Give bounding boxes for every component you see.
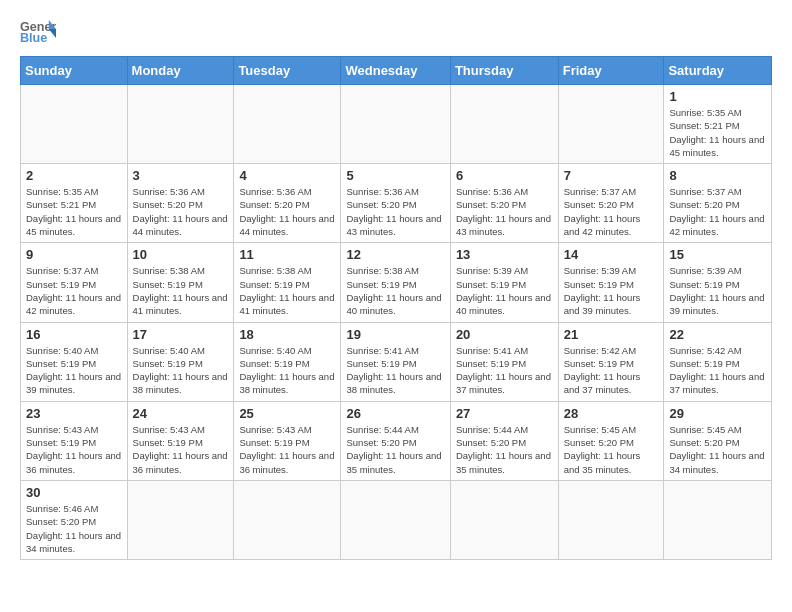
calendar-cell: 7Sunrise: 5:37 AM Sunset: 5:20 PM Daylig… (558, 164, 664, 243)
calendar-cell: 22Sunrise: 5:42 AM Sunset: 5:19 PM Dayli… (664, 322, 772, 401)
day-number: 15 (669, 247, 766, 262)
day-number: 2 (26, 168, 122, 183)
calendar-cell: 14Sunrise: 5:39 AM Sunset: 5:19 PM Dayli… (558, 243, 664, 322)
day-info: Sunrise: 5:43 AM Sunset: 5:19 PM Dayligh… (26, 423, 122, 476)
day-number: 22 (669, 327, 766, 342)
calendar-cell: 15Sunrise: 5:39 AM Sunset: 5:19 PM Dayli… (664, 243, 772, 322)
day-number: 9 (26, 247, 122, 262)
calendar-body: 1Sunrise: 5:35 AM Sunset: 5:21 PM Daylig… (21, 85, 772, 560)
calendar-week-1: 1Sunrise: 5:35 AM Sunset: 5:21 PM Daylig… (21, 85, 772, 164)
day-number: 6 (456, 168, 553, 183)
weekday-header-thursday: Thursday (450, 57, 558, 85)
day-number: 26 (346, 406, 444, 421)
calendar-cell: 16Sunrise: 5:40 AM Sunset: 5:19 PM Dayli… (21, 322, 128, 401)
day-info: Sunrise: 5:37 AM Sunset: 5:20 PM Dayligh… (564, 185, 659, 238)
calendar-cell: 23Sunrise: 5:43 AM Sunset: 5:19 PM Dayli… (21, 401, 128, 480)
day-number: 5 (346, 168, 444, 183)
calendar-cell (558, 85, 664, 164)
day-info: Sunrise: 5:44 AM Sunset: 5:20 PM Dayligh… (346, 423, 444, 476)
calendar-cell: 21Sunrise: 5:42 AM Sunset: 5:19 PM Dayli… (558, 322, 664, 401)
weekday-header-friday: Friday (558, 57, 664, 85)
calendar-week-5: 23Sunrise: 5:43 AM Sunset: 5:19 PM Dayli… (21, 401, 772, 480)
calendar-cell: 10Sunrise: 5:38 AM Sunset: 5:19 PM Dayli… (127, 243, 234, 322)
day-number: 4 (239, 168, 335, 183)
day-info: Sunrise: 5:37 AM Sunset: 5:19 PM Dayligh… (26, 264, 122, 317)
day-info: Sunrise: 5:38 AM Sunset: 5:19 PM Dayligh… (346, 264, 444, 317)
day-number: 8 (669, 168, 766, 183)
calendar-cell: 2Sunrise: 5:35 AM Sunset: 5:21 PM Daylig… (21, 164, 128, 243)
calendar-week-4: 16Sunrise: 5:40 AM Sunset: 5:19 PM Dayli… (21, 322, 772, 401)
calendar-cell (234, 85, 341, 164)
calendar-cell (450, 480, 558, 559)
calendar-cell: 29Sunrise: 5:45 AM Sunset: 5:20 PM Dayli… (664, 401, 772, 480)
day-number: 25 (239, 406, 335, 421)
weekday-header-wednesday: Wednesday (341, 57, 450, 85)
day-number: 28 (564, 406, 659, 421)
day-info: Sunrise: 5:38 AM Sunset: 5:19 PM Dayligh… (239, 264, 335, 317)
calendar-cell: 28Sunrise: 5:45 AM Sunset: 5:20 PM Dayli… (558, 401, 664, 480)
calendar-cell: 13Sunrise: 5:39 AM Sunset: 5:19 PM Dayli… (450, 243, 558, 322)
day-info: Sunrise: 5:40 AM Sunset: 5:19 PM Dayligh… (239, 344, 335, 397)
day-number: 3 (133, 168, 229, 183)
day-info: Sunrise: 5:42 AM Sunset: 5:19 PM Dayligh… (564, 344, 659, 397)
calendar-cell (341, 85, 450, 164)
calendar-cell: 18Sunrise: 5:40 AM Sunset: 5:19 PM Dayli… (234, 322, 341, 401)
calendar-cell (21, 85, 128, 164)
weekday-header-sunday: Sunday (21, 57, 128, 85)
day-info: Sunrise: 5:36 AM Sunset: 5:20 PM Dayligh… (346, 185, 444, 238)
calendar-cell: 12Sunrise: 5:38 AM Sunset: 5:19 PM Dayli… (341, 243, 450, 322)
day-number: 7 (564, 168, 659, 183)
day-number: 17 (133, 327, 229, 342)
day-number: 24 (133, 406, 229, 421)
day-number: 13 (456, 247, 553, 262)
logo-icon: General Blue (20, 16, 56, 44)
calendar-cell: 17Sunrise: 5:40 AM Sunset: 5:19 PM Dayli… (127, 322, 234, 401)
day-number: 21 (564, 327, 659, 342)
calendar-cell: 20Sunrise: 5:41 AM Sunset: 5:19 PM Dayli… (450, 322, 558, 401)
weekday-header-row: SundayMondayTuesdayWednesdayThursdayFrid… (21, 57, 772, 85)
calendar-cell: 4Sunrise: 5:36 AM Sunset: 5:20 PM Daylig… (234, 164, 341, 243)
calendar-cell: 26Sunrise: 5:44 AM Sunset: 5:20 PM Dayli… (341, 401, 450, 480)
day-number: 11 (239, 247, 335, 262)
calendar-cell: 11Sunrise: 5:38 AM Sunset: 5:19 PM Dayli… (234, 243, 341, 322)
svg-text:Blue: Blue (20, 31, 47, 44)
day-number: 16 (26, 327, 122, 342)
day-info: Sunrise: 5:39 AM Sunset: 5:19 PM Dayligh… (456, 264, 553, 317)
day-info: Sunrise: 5:45 AM Sunset: 5:20 PM Dayligh… (669, 423, 766, 476)
calendar-cell: 25Sunrise: 5:43 AM Sunset: 5:19 PM Dayli… (234, 401, 341, 480)
day-info: Sunrise: 5:35 AM Sunset: 5:21 PM Dayligh… (669, 106, 766, 159)
day-number: 27 (456, 406, 553, 421)
calendar-cell (450, 85, 558, 164)
day-info: Sunrise: 5:35 AM Sunset: 5:21 PM Dayligh… (26, 185, 122, 238)
calendar-cell (127, 85, 234, 164)
weekday-header-monday: Monday (127, 57, 234, 85)
calendar-cell (234, 480, 341, 559)
day-info: Sunrise: 5:45 AM Sunset: 5:20 PM Dayligh… (564, 423, 659, 476)
day-number: 30 (26, 485, 122, 500)
calendar-week-3: 9Sunrise: 5:37 AM Sunset: 5:19 PM Daylig… (21, 243, 772, 322)
calendar-cell: 8Sunrise: 5:37 AM Sunset: 5:20 PM Daylig… (664, 164, 772, 243)
calendar-cell: 30Sunrise: 5:46 AM Sunset: 5:20 PM Dayli… (21, 480, 128, 559)
day-info: Sunrise: 5:37 AM Sunset: 5:20 PM Dayligh… (669, 185, 766, 238)
day-info: Sunrise: 5:38 AM Sunset: 5:19 PM Dayligh… (133, 264, 229, 317)
logo: General Blue (20, 16, 56, 44)
day-number: 19 (346, 327, 444, 342)
calendar-cell (341, 480, 450, 559)
calendar-cell: 9Sunrise: 5:37 AM Sunset: 5:19 PM Daylig… (21, 243, 128, 322)
calendar-cell: 24Sunrise: 5:43 AM Sunset: 5:19 PM Dayli… (127, 401, 234, 480)
day-info: Sunrise: 5:42 AM Sunset: 5:19 PM Dayligh… (669, 344, 766, 397)
calendar-cell: 5Sunrise: 5:36 AM Sunset: 5:20 PM Daylig… (341, 164, 450, 243)
day-info: Sunrise: 5:39 AM Sunset: 5:19 PM Dayligh… (564, 264, 659, 317)
calendar-cell: 27Sunrise: 5:44 AM Sunset: 5:20 PM Dayli… (450, 401, 558, 480)
day-info: Sunrise: 5:36 AM Sunset: 5:20 PM Dayligh… (239, 185, 335, 238)
calendar-cell: 1Sunrise: 5:35 AM Sunset: 5:21 PM Daylig… (664, 85, 772, 164)
day-info: Sunrise: 5:39 AM Sunset: 5:19 PM Dayligh… (669, 264, 766, 317)
day-info: Sunrise: 5:43 AM Sunset: 5:19 PM Dayligh… (133, 423, 229, 476)
calendar-cell: 6Sunrise: 5:36 AM Sunset: 5:20 PM Daylig… (450, 164, 558, 243)
day-number: 18 (239, 327, 335, 342)
day-number: 29 (669, 406, 766, 421)
calendar-cell (664, 480, 772, 559)
weekday-header-tuesday: Tuesday (234, 57, 341, 85)
day-info: Sunrise: 5:44 AM Sunset: 5:20 PM Dayligh… (456, 423, 553, 476)
calendar-cell: 3Sunrise: 5:36 AM Sunset: 5:20 PM Daylig… (127, 164, 234, 243)
